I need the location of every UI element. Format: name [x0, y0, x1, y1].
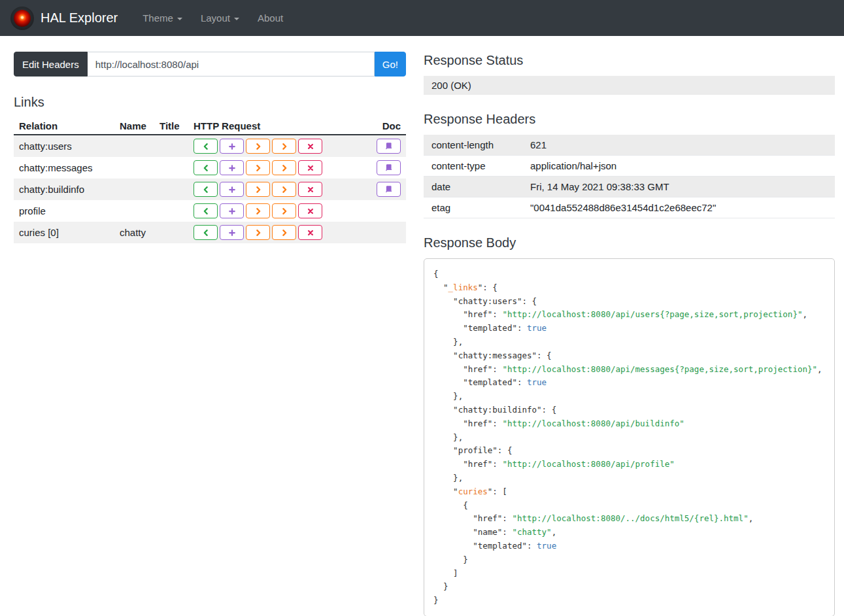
delete-request-button[interactable] [298, 139, 322, 154]
left-panel: Edit Headers Go! Links Relation Name Tit… [14, 52, 406, 616]
response-body-json: { "_links": { "chatty:users": { "href": … [424, 258, 835, 616]
column-header-title: Title [154, 118, 188, 135]
put-request-button[interactable] [246, 182, 270, 197]
put-request-button[interactable] [246, 225, 270, 240]
json-line: "templated": true [433, 322, 825, 335]
delete-request-button[interactable] [298, 203, 322, 218]
chevron-right-icon [254, 186, 262, 194]
doc-button[interactable] [377, 160, 401, 175]
x-icon [307, 143, 314, 150]
patch-request-button[interactable] [272, 203, 296, 218]
delete-request-button[interactable] [298, 225, 322, 240]
brand-link[interactable]: HAL Explorer [41, 10, 118, 26]
name-cell [114, 179, 154, 200]
patch-request-button[interactable] [272, 160, 296, 175]
post-request-button[interactable] [220, 225, 244, 240]
put-request-button[interactable] [246, 139, 270, 154]
link-row: chatty:users [14, 135, 406, 157]
nav-item-layout[interactable]: Layout [193, 7, 247, 29]
json-line: "href": "http://localhost:8080/api/users… [433, 308, 825, 322]
json-line: "chatty:buildinfo": { [433, 403, 825, 417]
go-button[interactable]: Go! [375, 52, 406, 77]
nav-item-theme[interactable]: Theme [135, 7, 190, 29]
column-header-doc: Doc [366, 118, 406, 135]
get-request-button[interactable] [194, 182, 218, 197]
url-input[interactable] [88, 52, 375, 77]
title-cell [154, 200, 188, 222]
navbar: HAL Explorer ThemeLayoutAbout [0, 0, 844, 36]
get-request-button[interactable] [194, 225, 218, 240]
json-line: "curies": [ [433, 485, 825, 499]
main-content: Edit Headers Go! Links Relation Name Tit… [0, 36, 844, 616]
plus-icon [228, 229, 236, 237]
json-line: "chatty:users": { [433, 295, 825, 309]
x-icon [307, 164, 314, 172]
column-header-http-request: HTTP Request [188, 118, 366, 135]
http-request-cell [188, 179, 366, 200]
chevron-left-icon [202, 186, 210, 194]
response-header-row: content-length621 [424, 135, 835, 156]
header-value: Fri, 14 May 2021 09:38:33 GMT [522, 177, 835, 197]
chevron-right-icon [280, 207, 288, 215]
doc-button[interactable] [377, 182, 401, 197]
json-line: "templated": true [433, 376, 825, 390]
json-line: "href": "http://localhost:8080/api/build… [433, 417, 825, 431]
post-request-button[interactable] [220, 139, 244, 154]
doc-cell [366, 157, 406, 179]
edit-headers-button[interactable]: Edit Headers [14, 52, 88, 77]
nav-item-about[interactable]: About [250, 7, 291, 29]
response-header-row: etag"0041da552488d86e31454d1c2e68eec72" [424, 197, 835, 218]
name-cell [114, 200, 154, 222]
patch-request-button[interactable] [272, 182, 296, 197]
delete-request-button[interactable] [298, 160, 322, 175]
json-line: "href": "http://localhost:8080/api/messa… [433, 363, 825, 377]
column-header-relation: Relation [14, 118, 114, 135]
link-row: profile [14, 200, 406, 222]
plus-icon [228, 207, 236, 215]
json-line: } [433, 553, 825, 567]
response-headers-title: Response Headers [424, 111, 835, 128]
relation-cell: profile [14, 200, 114, 222]
post-request-button[interactable] [220, 160, 244, 175]
patch-request-button[interactable] [272, 225, 296, 240]
chevron-down-icon [234, 18, 239, 20]
put-request-button[interactable] [246, 160, 270, 175]
json-line: }, [433, 431, 825, 445]
patch-request-button[interactable] [272, 139, 296, 154]
links-section-title: Links [14, 94, 406, 111]
header-key: etag [424, 197, 522, 218]
chevron-right-icon [254, 143, 262, 150]
hal-9000-eye-icon [10, 7, 34, 30]
json-line: "profile": { [433, 444, 825, 458]
post-request-button[interactable] [220, 203, 244, 218]
link-row: curies [0]chatty [14, 222, 406, 243]
navbar-menu: ThemeLayoutAbout [135, 7, 291, 29]
put-request-button[interactable] [246, 203, 270, 218]
http-request-cell [188, 157, 366, 179]
post-request-button[interactable] [220, 182, 244, 197]
response-header-row: content-typeapplication/hal+json [424, 156, 835, 177]
name-cell [114, 135, 154, 157]
get-request-button[interactable] [194, 160, 218, 175]
json-line: "href": "http://localhost:8080/../docs/h… [433, 512, 825, 526]
json-line: "name": "chatty", [433, 526, 825, 539]
request-bar: Edit Headers Go! [14, 52, 406, 77]
book-icon [384, 163, 393, 172]
get-request-button[interactable] [194, 203, 218, 218]
header-value: application/hal+json [522, 156, 835, 177]
delete-request-button[interactable] [298, 182, 322, 197]
x-icon [307, 207, 314, 215]
plus-icon [228, 186, 236, 194]
doc-button[interactable] [377, 139, 401, 154]
get-request-button[interactable] [194, 139, 218, 154]
json-line: }, [433, 471, 825, 485]
links-table-body: chatty:userschatty:messageschatty:buildi… [14, 135, 406, 243]
json-line: { [433, 267, 825, 281]
relation-cell: chatty:users [14, 135, 114, 157]
chevron-right-icon [254, 164, 262, 172]
chevron-down-icon [177, 18, 182, 20]
json-line: } [433, 594, 825, 607]
chevron-left-icon [202, 207, 210, 215]
chevron-right-icon [254, 207, 262, 215]
json-line: "_links": { [433, 281, 825, 295]
